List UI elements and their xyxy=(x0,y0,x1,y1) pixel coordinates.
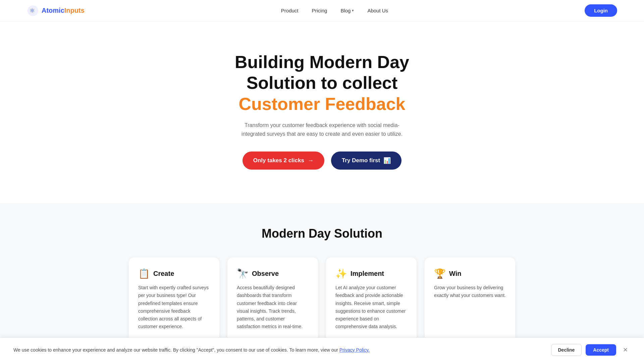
nav-product[interactable]: Product xyxy=(281,8,299,13)
cta-secondary-button[interactable]: Try Demo first 📊 xyxy=(331,152,401,170)
hero-title: Building Modern Day Solution to collect … xyxy=(205,52,439,114)
decline-button[interactable]: Decline xyxy=(551,344,582,356)
win-icon: 🏆 Win xyxy=(434,268,506,279)
cookie-text: We use cookies to enhance your experienc… xyxy=(13,347,544,353)
login-button[interactable]: Login xyxy=(585,4,617,17)
close-cookie-button[interactable]: ✕ xyxy=(620,345,631,355)
accept-button[interactable]: Accept xyxy=(586,344,616,356)
svg-text:⚛: ⚛ xyxy=(30,7,35,14)
hero-section: Building Modern Day Solution to collect … xyxy=(0,21,644,203)
create-icon: 📋 Create xyxy=(138,268,210,279)
logo-link[interactable]: ⚛ AtomicInputs xyxy=(27,5,85,17)
nav-about[interactable]: About Us xyxy=(367,8,388,13)
logo-icon: ⚛ xyxy=(27,5,39,17)
observe-icon: 🔭 Observe xyxy=(237,268,309,279)
solutions-title: Modern Day Solution xyxy=(27,227,617,241)
logo-text: AtomicInputs xyxy=(42,7,85,14)
chevron-down-icon: ▾ xyxy=(352,8,354,13)
chart-icon: 📊 xyxy=(383,157,391,164)
privacy-policy-link[interactable]: Privacy Policy. xyxy=(339,347,370,353)
navbar: ⚛ AtomicInputs Product Pricing Blog ▾ Ab… xyxy=(0,0,644,21)
arrow-icon: → xyxy=(308,157,314,164)
hero-buttons: Only takes 2 clicks → Try Demo first 📊 xyxy=(13,152,631,170)
cookie-banner: We use cookies to enhance your experienc… xyxy=(0,338,644,362)
hero-subtitle: Transform your customer feedback experie… xyxy=(235,121,409,138)
implement-icon: ✨ Implement xyxy=(335,268,407,279)
nav-pricing[interactable]: Pricing xyxy=(312,8,327,13)
cta-primary-button[interactable]: Only takes 2 clicks → xyxy=(243,152,324,170)
nav-links: Product Pricing Blog ▾ About Us xyxy=(281,8,388,13)
nav-blog[interactable]: Blog ▾ xyxy=(340,8,354,13)
cookie-actions: Decline Accept ✕ xyxy=(551,344,631,356)
